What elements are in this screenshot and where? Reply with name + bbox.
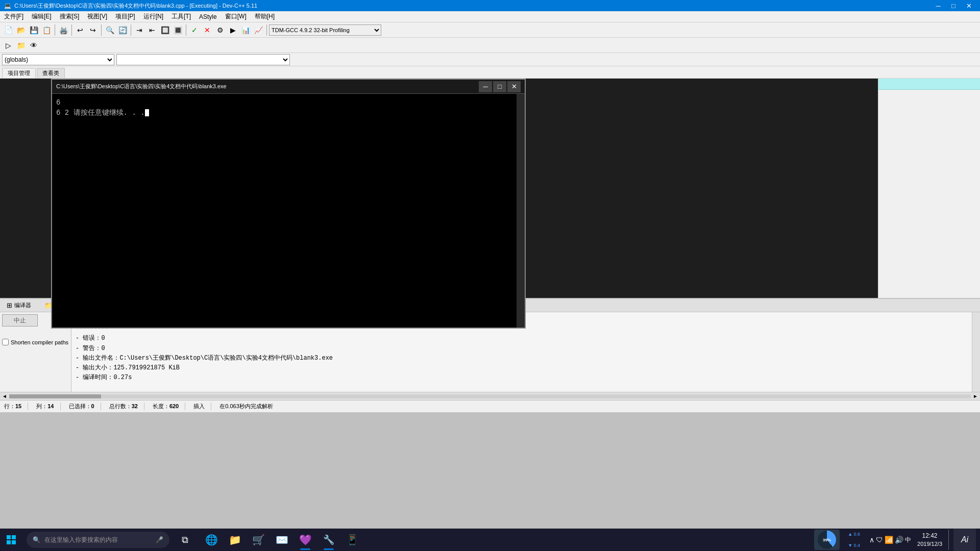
visual-studio-button[interactable]: 💜 (294, 529, 316, 551)
tab-view-class[interactable]: 查看类 (37, 68, 65, 78)
maximize-button[interactable]: □ (946, 0, 961, 11)
debug-resource-button[interactable]: 📁 (15, 39, 27, 52)
globals-select[interactable]: (globals) (2, 54, 114, 65)
mail-button[interactable]: ✉️ (271, 529, 293, 551)
hidden-icons-button[interactable]: ∧ (869, 536, 874, 544)
minimize-button[interactable]: ─ (931, 0, 945, 11)
close-button[interactable]: ✕ (962, 0, 976, 11)
taskbar-app-icons: 🌐 📁 🛒 ✉️ 💜 🔧 📱 (200, 529, 363, 551)
menu-window[interactable]: 窗口[W] (221, 11, 251, 22)
devtools-button[interactable]: 🔧 (317, 529, 340, 551)
taskbar-search-placeholder: 在这里输入你要搜索的内容 (44, 536, 118, 544)
uncomment-button[interactable]: 🔳 (172, 24, 184, 36)
clock[interactable]: 12:42 2019/12/3 (913, 532, 946, 547)
save-all-button[interactable]: 📋 (40, 24, 53, 36)
compile-check-button[interactable]: ✓ (188, 24, 201, 36)
exe-minimize-button[interactable]: ─ (479, 81, 492, 92)
shorten-paths-checkbox[interactable] (2, 339, 9, 345)
toolbar1: 📄 📂 💾 📋 🖨️ ↩ ↪ 🔍 🔄 ⇥ ⇤ 🔲 🔳 ✓ ✕ ⚙ ▶ 📊 📈 T… (0, 22, 980, 38)
taskbar-search-bar[interactable]: 🔍 在这里输入你要搜索的内容 🎤 (27, 532, 169, 548)
task-view-button[interactable]: ⧉ (174, 529, 196, 551)
store-button[interactable]: 🛒 (247, 529, 270, 551)
exe-close-button[interactable]: ✕ (507, 81, 521, 92)
exe-line2: 6 2 请按任意键继续. . . (56, 108, 521, 118)
toolbar2: ▷ 📁 👁 (0, 38, 980, 53)
status-col: 列：14 (36, 403, 60, 410)
exe-content: 6 6 2 请按任意键继续. . . (52, 94, 525, 328)
windows-logo-icon (6, 535, 16, 545)
replace-button[interactable]: 🔄 (116, 24, 129, 36)
exe-maximize-button[interactable]: □ (493, 81, 506, 92)
output-line-1: - 错误：0 (76, 334, 968, 343)
bottom-scrollbar-v[interactable] (972, 312, 980, 392)
menu-project[interactable]: 项目[P] (111, 11, 139, 22)
function-select[interactable] (116, 54, 290, 65)
ai-button[interactable]: Ai (953, 529, 976, 551)
bottom-tab-compiler[interactable]: ⊞ 编译器 (2, 300, 36, 311)
scroll-left-arrow[interactable]: ◄ (0, 393, 9, 399)
compile-error-button[interactable]: ✕ (201, 24, 213, 36)
new-file-button[interactable]: 📄 (2, 24, 14, 36)
exe-title-text: C:\Users\王俊辉\Desktop\C语言\实验四\实验4文档中代码\bl… (56, 83, 227, 90)
run-button[interactable]: ▶ (227, 24, 239, 36)
compiler-select[interactable]: TDM-GCC 4.9.2 32-bit Profiling (269, 24, 381, 36)
toolbar-separator-4 (131, 24, 131, 36)
compiler-tab-label: 编译器 (14, 302, 31, 309)
output-line-2: - 警告：0 (76, 344, 968, 354)
toolbar-separator-6 (266, 24, 267, 36)
redo-button[interactable]: ↪ (87, 24, 99, 36)
menu-edit[interactable]: 编辑[E] (28, 11, 56, 22)
bottom-scrollbar-h[interactable]: ◄ ► (0, 392, 980, 400)
taskbar-mic-icon: 🎤 (156, 536, 163, 543)
debug-watch-button[interactable]: 👁 (28, 39, 40, 52)
undo-button[interactable]: ↩ (74, 24, 86, 36)
print-button[interactable]: 🖨️ (57, 24, 69, 36)
shorten-paths-label: Shorten compiler paths (11, 339, 68, 345)
right-cyan-bar (878, 79, 980, 90)
start-button[interactable] (0, 529, 22, 551)
title-bar: 💻 C:\Users\王俊辉\Desktop\C语言\实验四\实验4文档中代码\… (0, 0, 980, 11)
menu-help[interactable]: 帮助[H] (251, 11, 279, 22)
menu-bar: 文件[F] 编辑[E] 搜索[S] 视图[V] 项目[P] 运行[N] 工具[T… (0, 11, 980, 22)
tab-project-manager[interactable]: 项目管理 (2, 68, 36, 78)
comment-button[interactable]: 🔲 (159, 24, 171, 36)
unindent-button[interactable]: ⇤ (146, 24, 158, 36)
profile-button[interactable]: 📈 (252, 24, 264, 36)
menu-file[interactable]: 文件[F] (0, 11, 28, 22)
indent-button[interactable]: ⇥ (133, 24, 145, 36)
find-button[interactable]: 🔍 (104, 24, 116, 36)
menu-search[interactable]: 搜索[S] (56, 11, 84, 22)
debug-start-button[interactable]: ▷ (2, 39, 14, 52)
menu-run[interactable]: 运行[N] (139, 11, 167, 22)
exe-scrollbar[interactable] (517, 94, 525, 328)
shorten-paths-checkbox-area: Shorten compiler paths (2, 339, 69, 345)
clock-date: 2019/12/3 (917, 540, 942, 547)
menu-tools[interactable]: 工具[T] (167, 11, 195, 22)
stop-button[interactable]: 中止 (2, 314, 38, 327)
taskbar-search-icon: 🔍 (33, 536, 40, 543)
tab-bar: 项目管理 查看类 (0, 66, 980, 79)
explorer-button[interactable]: 📁 (224, 529, 246, 551)
build-button[interactable]: ⚙ (214, 24, 226, 36)
taskbar: 🔍 在这里输入你要搜索的内容 🎤 ⧉ 🌐 📁 🛒 ✉️ 💜 🔧 📱 (0, 529, 980, 551)
save-button[interactable]: 💾 (28, 24, 40, 36)
menu-astyle[interactable]: AStyle (195, 11, 221, 22)
store-icon: 🛒 (252, 534, 265, 546)
phone-button[interactable]: 📱 (341, 529, 363, 551)
lang-indicator[interactable]: 中 (905, 536, 911, 544)
explorer-icon: 📁 (229, 534, 241, 546)
show-desktop-button[interactable] (948, 530, 951, 550)
menu-view[interactable]: 视图[V] (83, 11, 111, 22)
network-up: ▲ 0.6 (848, 532, 860, 537)
toolbar-separator-3 (101, 24, 102, 36)
scroll-right-arrow[interactable]: ► (971, 393, 980, 399)
title-text: C:\Users\王俊辉\Desktop\C语言\实验四\实验4文档中代码\bl… (14, 2, 257, 10)
phone-icon: 📱 (346, 534, 359, 546)
edge-button[interactable]: 🌐 (200, 529, 223, 551)
open-button[interactable]: 📂 (15, 24, 27, 36)
h-scroll-thumb[interactable] (9, 394, 101, 398)
status-insert: 插入 (193, 403, 211, 410)
right-panel (878, 79, 980, 298)
chart-button[interactable]: 📊 (239, 24, 252, 36)
toolbar-separator-5 (186, 24, 186, 36)
